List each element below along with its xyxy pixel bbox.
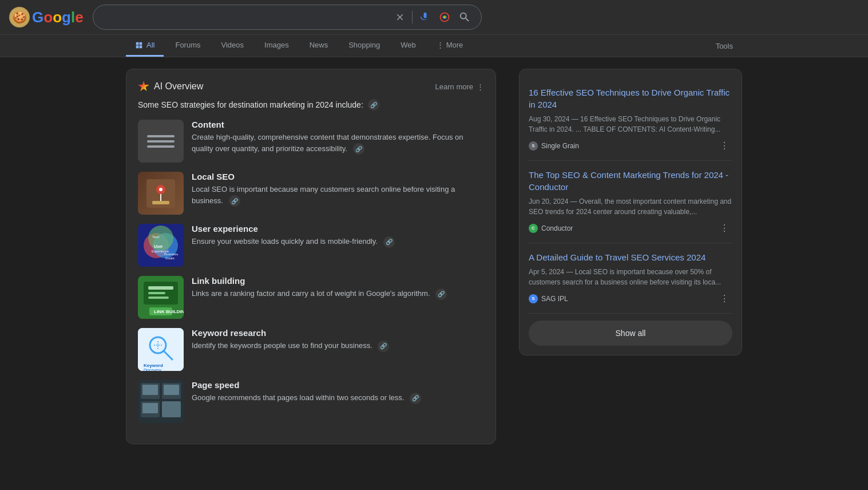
svg-rect-35 [164,385,179,395]
source-item-1: 16 Effective SEO Techniques to Drive Org… [529,78,732,161]
strategy-local-seo-thumb [138,172,184,215]
source-3-footer: S SAG IPL ⋮ [529,292,732,305]
svg-point-1 [443,16,445,18]
source-2-site: C Conductor [529,224,573,233]
svg-rect-4 [152,201,169,204]
tab-videos[interactable]: Videos [212,35,253,57]
search-input[interactable]: best SEO strategies for destination mark… [102,12,388,22]
strategy-page-speed-thumb [138,380,184,423]
learn-more-button[interactable]: Learn more ⋮ [435,82,484,91]
all-icon [135,41,143,49]
tab-more[interactable]: ⋮ More [427,35,473,57]
svg-rect-34 [142,385,158,395]
strategy-keyword-research-thumb: Keyword Discovery [138,328,184,371]
svg-text:User: User [154,244,163,248]
tab-web[interactable]: Web [391,35,425,57]
strategy-link-building-text: Link building Links are a ranking factor… [192,276,484,300]
source-2-title[interactable]: The Top SEO & Content Marketing Trends f… [529,169,732,193]
strategy-link-building: LINK BUILDING Link building Links are a … [138,276,484,319]
tab-news[interactable]: News [300,35,338,57]
clear-search-button[interactable] [394,11,406,23]
local-seo-link-icon[interactable]: 🔗 [229,195,240,207]
source-1-more-button[interactable]: ⋮ [716,139,732,152]
svg-rect-33 [162,401,181,417]
svg-text:Goals: Goals [165,256,175,260]
strategy-page-speed: Page speed Google recommends that pages … [138,380,484,423]
ai-overview-header: AI Overview Learn more ⋮ [138,81,484,92]
tab-shopping[interactable]: Shopping [339,35,389,57]
tab-images[interactable]: Images [255,35,298,57]
more-dots-icon: ⋮ [437,41,444,49]
right-panel: 16 Effective SEO Techniques to Drive Org… [519,69,742,456]
strategy-content-thumb [138,120,184,163]
source-1-favicon: S [529,141,538,151]
svg-rect-18 [148,292,165,294]
ai-overview-title-area: AI Overview [138,81,203,92]
ai-overview-card: AI Overview Learn more ⋮ Some SEO strate… [126,69,496,444]
svg-rect-36 [142,403,158,413]
svg-rect-19 [148,297,169,299]
strategy-local-seo-text: Local SEO Local SEO is important because… [192,172,484,207]
link-building-image: LINK BUILDING [138,276,184,319]
sources-card: 16 Effective SEO Techniques to Drive Org… [519,69,742,355]
source-2-footer: C Conductor ⋮ [529,222,732,235]
ux-link-icon[interactable]: 🔗 [383,236,395,248]
gemini-icon [138,81,149,92]
three-dots-icon: ⋮ [477,82,484,91]
voice-search-button[interactable] [418,10,432,24]
cookie-icon: 🍪 [9,7,30,27]
strategy-page-speed-text: Page speed Google recommends that pages … [192,380,484,404]
svg-text:Business: Business [164,252,178,256]
link-building-link-icon[interactable]: 🔗 [435,289,447,300]
source-3-site: S SAG IPL [529,294,568,303]
tab-all[interactable]: All [126,35,164,57]
source-1-title[interactable]: 16 Effective SEO Techniques to Drive Org… [529,86,732,110]
main-content: AI Overview Learn more ⋮ Some SEO strate… [0,57,868,467]
svg-point-5 [159,188,162,191]
source-3-favicon: S [529,294,538,303]
search-bar[interactable]: best SEO strategies for destination mark… [93,5,482,30]
strategy-content: Content Create high-quality, comprehensi… [138,120,484,163]
svg-text:LINK BUILDING: LINK BUILDING [154,309,184,314]
google-search-button[interactable] [457,10,472,25]
source-1-site: S Single Grain [529,141,579,151]
intro-link-icon[interactable]: 🔗 [368,99,379,110]
google-logo: Google [32,9,84,26]
source-item-3: A Detailed Guide to Travel SEO Services … [529,243,732,314]
source-3-more-button[interactable]: ⋮ [716,292,732,305]
local-seo-image [146,179,175,208]
tab-forums[interactable]: Forums [166,35,209,57]
show-all-button[interactable]: Show all [529,321,732,346]
lens-search-button[interactable] [438,10,451,24]
tools-button[interactable]: Tools [707,36,742,56]
source-1-footer: S Single Grain ⋮ [529,139,732,152]
strategy-ux-text: User experience Ensure your website load… [192,224,484,248]
source-1-meta: Aug 30, 2024 — 16 Effective SEO Techniqu… [529,114,732,135]
top-bar: 🍪 Google best SEO strategies for destina… [0,0,868,35]
strategy-keyword-research-text: Keyword research Identify the keywords p… [192,328,484,352]
source-2-favicon: C [529,224,538,233]
source-3-title[interactable]: A Detailed Guide to Travel SEO Services … [529,251,732,263]
page-speed-link-icon[interactable]: 🔗 [410,393,421,404]
content-link-icon[interactable]: 🔗 [353,143,364,155]
ux-diagram: User Experience Business Goals Tech [138,224,184,267]
ai-overview-title: AI Overview [154,81,203,92]
svg-rect-17 [148,286,173,290]
logo-area: 🍪 Google [9,7,84,27]
strategy-local-seo: Local SEO Local SEO is important because… [138,172,484,215]
source-item-2: The Top SEO & Content Marketing Trends f… [529,161,732,243]
keyword-research-image: Keyword Discovery [138,328,184,371]
svg-text:Keyword: Keyword [144,363,163,368]
page-speed-image [138,380,184,423]
strategy-link-building-thumb: LINK BUILDING [138,276,184,319]
divider [412,11,413,23]
svg-text:Tech: Tech [152,235,160,239]
strategy-content-text: Content Create high-quality, comprehensi… [192,120,484,155]
source-2-more-button[interactable]: ⋮ [716,222,732,235]
strategy-ux: User Experience Business Goals Tech User… [138,224,484,267]
left-panel: AI Overview Learn more ⋮ Some SEO strate… [126,69,496,456]
keyword-link-icon[interactable]: 🔗 [378,341,389,352]
source-3-meta: Apr 5, 2024 — Local SEO is important bec… [529,267,732,287]
source-2-meta: Jun 20, 2024 — Overall, the most importa… [529,196,732,217]
ai-intro-text: Some SEO strategies for destination mark… [138,99,484,110]
